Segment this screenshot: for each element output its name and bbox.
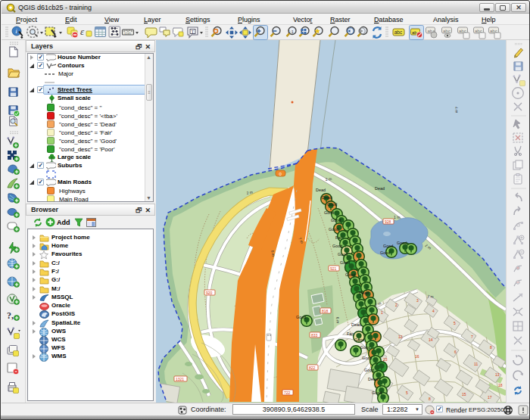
- svg-text:23: 23: [383, 357, 388, 362]
- svg-text:Dead: Dead: [375, 186, 385, 191]
- svg-text:5: 5: [406, 390, 408, 395]
- svg-text:ε: ε: [80, 26, 85, 37]
- svg-text:Fair: Fair: [347, 331, 354, 336]
- svg-text:921: 921: [330, 266, 337, 271]
- svg-text:4: 4: [432, 309, 435, 313]
- svg-text:1245: 1245: [124, 32, 132, 36]
- svg-text:Good: Good: [338, 252, 348, 257]
- svg-text:Dead: Dead: [316, 188, 326, 192]
- svg-text:Good: Good: [383, 244, 393, 248]
- svg-text:722: 722: [284, 390, 291, 395]
- svg-text:Good: Good: [345, 272, 355, 277]
- svg-text:11: 11: [474, 362, 478, 366]
- svg-text:822: 822: [309, 366, 316, 370]
- svg-text:?,: ?,: [7, 310, 14, 321]
- svg-text:8: 8: [490, 345, 492, 350]
- svg-text:1:1: 1:1: [288, 30, 294, 34]
- svg-text:Good: Good: [372, 390, 382, 395]
- svg-text:Dead: Dead: [368, 377, 378, 381]
- svg-text:1 m: 1 m: [394, 215, 400, 219]
- svg-text:1321: 1321: [176, 377, 184, 381]
- svg-text:18: 18: [498, 383, 503, 387]
- svg-text:13: 13: [495, 372, 500, 377]
- svg-text:Good: Good: [340, 260, 350, 265]
- svg-text:Good: Good: [331, 218, 341, 222]
- svg-text:12: 12: [398, 334, 403, 339]
- svg-text:3: 3: [416, 298, 419, 303]
- svg-text:928: 928: [385, 219, 391, 224]
- svg-text:17: 17: [488, 395, 492, 400]
- svg-text:Good: Good: [364, 368, 374, 372]
- svg-text:833: 833: [311, 333, 318, 338]
- svg-text:Good: Good: [362, 356, 372, 360]
- svg-text:5: 5: [454, 321, 456, 325]
- svg-text:Good: Good: [327, 202, 337, 207]
- svg-text:Good: Good: [397, 241, 407, 245]
- svg-text:Dead: Dead: [359, 291, 369, 295]
- svg-text:4 m: 4 m: [454, 107, 460, 114]
- svg-text:Dead: Dead: [351, 322, 361, 327]
- svg-text:2 m: 2 m: [325, 176, 332, 182]
- svg-text:920: 920: [206, 291, 213, 295]
- svg-text:Good: Good: [354, 338, 364, 342]
- svg-text:6 m: 6 m: [335, 317, 341, 324]
- svg-text:Good: Good: [296, 315, 306, 319]
- svg-text:abc: abc: [443, 29, 450, 33]
- svg-text:T: T: [192, 30, 195, 34]
- svg-text:Good: Good: [332, 244, 342, 248]
- svg-text:14: 14: [429, 338, 433, 342]
- svg-text:15: 15: [462, 392, 466, 397]
- svg-text:2: 2: [395, 303, 398, 307]
- svg-text:Good: Good: [380, 250, 390, 255]
- svg-text:8: 8: [429, 397, 431, 401]
- svg-text:Good: Good: [360, 345, 370, 350]
- svg-text:Good: Good: [324, 210, 334, 215]
- svg-text:Good: Good: [329, 227, 338, 232]
- svg-text:Dead: Dead: [322, 195, 332, 200]
- svg-text:6: 6: [454, 350, 457, 354]
- svg-text:1: 1: [381, 310, 383, 315]
- svg-text:16: 16: [415, 354, 419, 359]
- svg-text:818: 818: [322, 309, 329, 313]
- svg-text:2 m: 2 m: [427, 294, 434, 299]
- svg-text:Fair: Fair: [335, 235, 342, 240]
- svg-text:7: 7: [471, 334, 473, 339]
